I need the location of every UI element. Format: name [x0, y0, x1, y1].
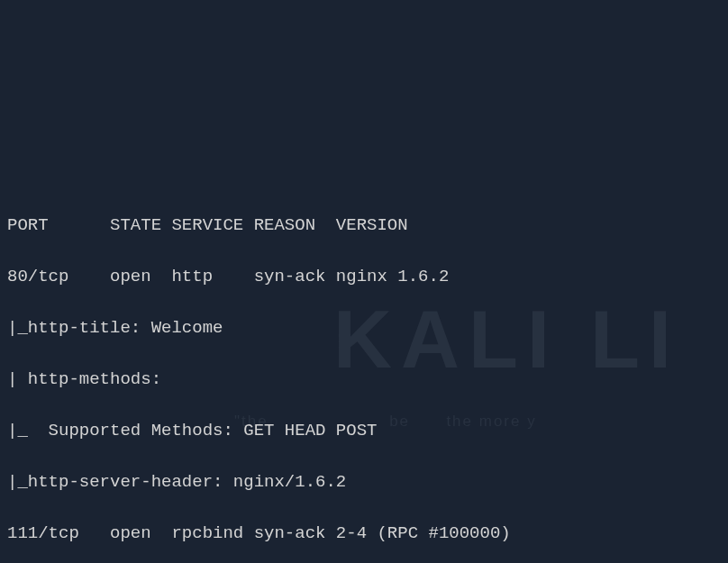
- terminal-output: PORT STATE SERVICE REASON VERSION 80/tcp…: [7, 187, 721, 564]
- scan-header: PORT STATE SERVICE REASON VERSION: [7, 213, 721, 239]
- port-111-line: 111/tcp open rpcbind syn-ack 2-4 (RPC #1…: [7, 521, 721, 547]
- http-methods-label: | http-methods:: [7, 367, 721, 393]
- http-title: |_http-title: Welcome: [7, 315, 721, 341]
- port-80-line: 80/tcp open http syn-ack nginx 1.6.2: [7, 264, 721, 290]
- http-methods-supported: |_ Supported Methods: GET HEAD POST: [7, 418, 721, 444]
- http-server-header: |_http-server-header: nginx/1.6.2: [7, 469, 721, 495]
